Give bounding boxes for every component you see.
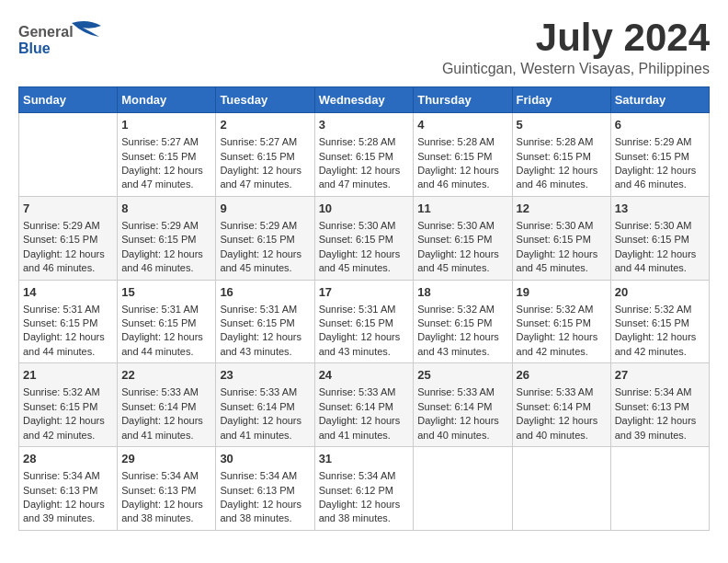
weekday-row: SundayMondayTuesdayWednesdayThursdayFrid… [19,87,710,113]
calendar-cell: 22Sunrise: 5:33 AMSunset: 6:14 PMDayligh… [118,363,216,447]
cell-content-line: and 43 minutes. [319,345,410,359]
weekday-header: Tuesday [216,87,314,113]
cell-content-line: and 40 minutes. [517,429,607,442]
cell-content-line: and 45 minutes. [417,261,507,275]
cell-content-line: Daylight: 12 hours [319,498,410,511]
cell-content-line: Daylight: 12 hours [121,414,211,428]
cell-content-line: and 46 minutes. [121,261,211,275]
calendar-week-row: 28Sunrise: 5:34 AMSunset: 6:13 PMDayligh… [19,447,710,531]
cell-content-line: and 45 minutes. [517,261,607,275]
cell-content-line: Sunrise: 5:31 AM [121,303,211,316]
day-number: 28 [23,451,113,467]
calendar-body: 1Sunrise: 5:27 AMSunset: 6:15 PMDaylight… [19,113,710,531]
cell-content-line: Sunrise: 5:27 AM [220,135,310,149]
day-number: 25 [417,367,507,384]
day-number: 23 [220,367,310,384]
cell-content-line: and 40 minutes. [417,429,507,442]
cell-content-line: Daylight: 12 hours [23,498,113,511]
cell-content-line: Sunset: 6:15 PM [319,150,410,164]
cell-content-line: Sunset: 6:13 PM [220,484,310,498]
calendar-cell: 5Sunrise: 5:28 AMSunset: 6:15 PMDaylight… [512,113,610,197]
weekday-header: Saturday [610,87,709,113]
calendar-cell: 26Sunrise: 5:33 AMSunset: 6:14 PMDayligh… [512,363,610,447]
cell-content-line: Daylight: 12 hours [121,498,211,511]
cell-content-line: and 41 minutes. [220,429,310,442]
calendar-cell: 31Sunrise: 5:34 AMSunset: 6:12 PMDayligh… [314,447,414,531]
cell-content-line: Sunset: 6:15 PM [220,233,310,247]
cell-content-line: Sunset: 6:13 PM [615,400,705,414]
cell-content-line: Sunrise: 5:34 AM [615,385,705,399]
calendar-cell: 15Sunrise: 5:31 AMSunset: 6:15 PMDayligh… [118,280,216,363]
cell-content-line: Sunrise: 5:29 AM [121,219,211,233]
cell-content-line: Sunset: 6:15 PM [417,316,507,330]
calendar-cell: 20Sunrise: 5:32 AMSunset: 6:15 PMDayligh… [610,280,709,363]
cell-content-line: Daylight: 12 hours [417,247,507,261]
cell-content-line: Sunset: 6:15 PM [319,233,410,247]
cell-content-line: and 46 minutes. [417,178,507,191]
cell-content-line: Sunrise: 5:28 AM [517,135,607,149]
day-number: 30 [220,451,310,467]
cell-content-line: Sunrise: 5:33 AM [417,385,507,399]
cell-content-line: and 43 minutes. [417,345,507,359]
cell-content-line: Sunset: 6:13 PM [121,484,211,498]
calendar-cell: 7Sunrise: 5:29 AMSunset: 6:15 PMDaylight… [19,196,118,280]
cell-content-line: Sunrise: 5:33 AM [220,385,310,399]
cell-content-line: Sunrise: 5:29 AM [615,135,705,149]
cell-content-line: Sunset: 6:15 PM [615,233,705,247]
logo-svg: General Blue [18,18,110,60]
cell-content-line: Sunset: 6:15 PM [23,400,113,414]
calendar-cell: 27Sunrise: 5:34 AMSunset: 6:13 PMDayligh… [610,363,709,447]
calendar-cell: 17Sunrise: 5:31 AMSunset: 6:15 PMDayligh… [314,280,414,363]
calendar-cell: 16Sunrise: 5:31 AMSunset: 6:15 PMDayligh… [216,280,314,363]
cell-content-line: Sunrise: 5:31 AM [319,303,410,316]
day-number: 8 [121,201,211,217]
cell-content-line: and 46 minutes. [615,178,705,191]
day-number: 14 [23,284,113,301]
calendar-week-row: 7Sunrise: 5:29 AMSunset: 6:15 PMDaylight… [19,196,710,280]
cell-content-line: and 45 minutes. [319,261,410,275]
cell-content-line: Sunset: 6:15 PM [517,150,607,164]
day-number: 7 [23,201,113,217]
day-number: 6 [615,117,705,133]
calendar-cell: 1Sunrise: 5:27 AMSunset: 6:15 PMDaylight… [118,113,216,197]
cell-content-line: Sunset: 6:15 PM [23,316,113,330]
cell-content-line: and 44 minutes. [121,345,211,359]
cell-content-line: Sunset: 6:15 PM [220,150,310,164]
cell-content-line: Daylight: 12 hours [319,247,410,261]
day-number: 29 [121,451,211,467]
weekday-header: Thursday [414,87,512,113]
day-number: 1 [121,117,211,133]
calendar-cell: 14Sunrise: 5:31 AMSunset: 6:15 PMDayligh… [19,280,118,363]
calendar-cell: 4Sunrise: 5:28 AMSunset: 6:15 PMDaylight… [414,113,512,197]
svg-text:General: General [18,24,74,40]
cell-content-line: Daylight: 12 hours [615,414,705,428]
page-header: General Blue July 2024 Guinticgan, Weste… [18,18,710,77]
cell-content-line: Sunrise: 5:28 AM [319,135,410,149]
cell-content-line: Sunset: 6:14 PM [121,400,211,414]
cell-content-line: Daylight: 12 hours [220,247,310,261]
cell-content-line: and 38 minutes. [220,511,310,525]
calendar-cell: 13Sunrise: 5:30 AMSunset: 6:15 PMDayligh… [610,196,709,280]
calendar-cell: 10Sunrise: 5:30 AMSunset: 6:15 PMDayligh… [314,196,414,280]
weekday-header: Sunday [19,87,118,113]
calendar-week-row: 21Sunrise: 5:32 AMSunset: 6:15 PMDayligh… [19,363,710,447]
cell-content-line: and 47 minutes. [319,178,410,191]
cell-content-line: Sunrise: 5:32 AM [417,303,507,316]
cell-content-line: Sunrise: 5:33 AM [517,385,607,399]
cell-content-line: Daylight: 12 hours [121,164,211,178]
cell-content-line: Sunrise: 5:30 AM [319,219,410,233]
cell-content-line: and 39 minutes. [23,511,113,525]
day-number: 10 [319,201,410,217]
cell-content-line: Sunset: 6:15 PM [517,316,607,330]
cell-content-line: Daylight: 12 hours [319,164,410,178]
cell-content-line: Sunrise: 5:34 AM [121,469,211,483]
calendar-cell: 3Sunrise: 5:28 AMSunset: 6:15 PMDaylight… [314,113,414,197]
cell-content-line: Sunrise: 5:34 AM [220,469,310,483]
day-number: 18 [417,284,507,301]
calendar-cell [414,447,512,531]
calendar-cell: 18Sunrise: 5:32 AMSunset: 6:15 PMDayligh… [414,280,512,363]
calendar-cell: 6Sunrise: 5:29 AMSunset: 6:15 PMDaylight… [610,113,709,197]
day-number: 15 [121,284,211,301]
day-number: 5 [517,117,607,133]
cell-content-line: Sunset: 6:14 PM [517,400,607,414]
